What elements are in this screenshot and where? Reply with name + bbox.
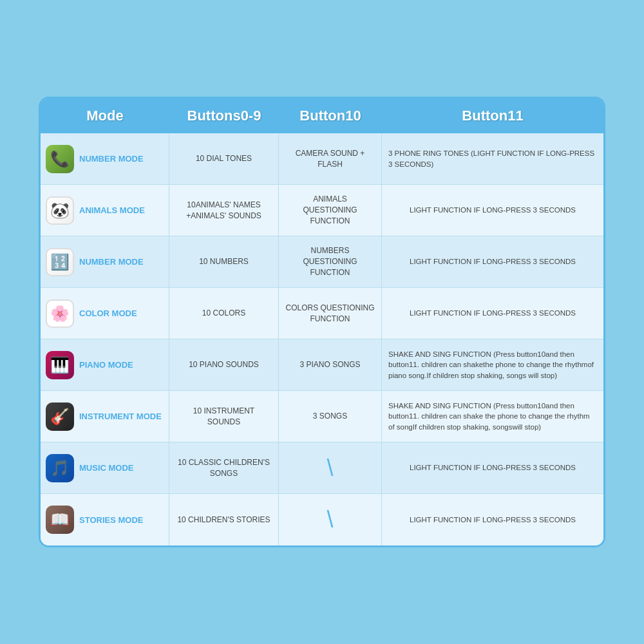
button11-text: LIGHT FUNCTION IF LONG-PRESS 3 SECONDS	[410, 205, 576, 215]
button10-text: 3 PIANO SONGS	[299, 359, 360, 370]
button11-text: LIGHT FUNCTION IF LONG-PRESS 3 SECONDS	[410, 515, 576, 525]
mode-cell: 🎸INSTRUMENT MODE	[41, 391, 169, 442]
mode-cell: 📞NUMBER MODE	[41, 133, 169, 184]
table-header: Mode Buttons0-9 Button10 Button11	[41, 99, 603, 133]
button10-cell: \	[279, 494, 382, 545]
button11-cell: 3 PHONE RING TONES (LIGHT FUNCTION IF LO…	[382, 133, 603, 184]
mode-cell: 📖STORIES MODE	[41, 494, 169, 545]
header-button10: Button10	[279, 99, 382, 133]
buttons09-cell: 10 CLASSIC CHILDREN'S SONGS	[169, 442, 279, 493]
mode-cell: 🎵MUSIC MODE	[41, 442, 169, 493]
button10-text: NUMBERS QUESTIONING FUNCTION	[285, 245, 375, 278]
slash-icon: \	[327, 506, 333, 533]
mode-label: MUSIC MODE	[79, 463, 134, 473]
buttons09-text: 10ANIMALS' NAMES +ANIMALS' SOUNDS	[176, 200, 272, 222]
button11-cell: SHAKE AND SING FUNCTION (Press button10a…	[382, 339, 603, 390]
mode-cell: 🐼ANIMALS MODE	[41, 185, 169, 236]
mode-icon: 🎹	[46, 351, 74, 379]
table-row: 📞NUMBER MODE10 DIAL TONESCAMERA SOUND + …	[41, 133, 603, 185]
mode-icon: 🐼	[46, 196, 74, 225]
button11-text: LIGHT FUNCTION IF LONG-PRESS 3 SECONDS	[410, 308, 576, 318]
buttons09-cell: 10 COLORS	[169, 288, 279, 339]
main-table: Mode Buttons0-9 Button10 Button11 📞NUMBE…	[39, 97, 605, 547]
table-row: 🌸COLOR MODE10 COLORSCOLORS QUESTIONING F…	[41, 288, 603, 339]
mode-label: ANIMALS MODE	[79, 205, 145, 215]
buttons09-cell: 10 DIAL TONES	[169, 133, 279, 184]
button11-cell: LIGHT FUNCTION IF LONG-PRESS 3 SECONDS	[382, 442, 603, 493]
button10-cell: NUMBERS QUESTIONING FUNCTION	[279, 236, 382, 287]
slash-icon: \	[327, 455, 333, 482]
button11-cell: LIGHT FUNCTION IF LONG-PRESS 3 SECONDS	[382, 288, 603, 339]
buttons09-text: 10 CHILDREN'S STORIES	[177, 515, 270, 526]
button10-cell: 3 PIANO SONGS	[279, 339, 382, 390]
header-mode: Mode	[41, 99, 169, 133]
button10-text: COLORS QUESTIONING FUNCTION	[285, 303, 375, 325]
button11-text: LIGHT FUNCTION IF LONG-PRESS 3 SECONDS	[410, 256, 576, 267]
button10-cell: 3 SONGS	[279, 391, 382, 442]
buttons09-text: 10 PIANO SOUNDS	[189, 359, 259, 370]
button10-text: ANIMALS QUESTIONING FUNCTION	[285, 194, 375, 226]
buttons09-cell: 10 INSTRUMENT SOUNDS	[169, 391, 279, 442]
mode-label: INSTRUMENT MODE	[79, 412, 162, 421]
button10-cell: COLORS QUESTIONING FUNCTION	[279, 288, 382, 339]
mode-label: COLOR MODE	[79, 308, 137, 318]
mode-icon: 🌸	[46, 299, 74, 328]
button11-text: LIGHT FUNCTION IF LONG-PRESS 3 SECONDS	[410, 462, 576, 473]
table-row: 🐼ANIMALS MODE10ANIMALS' NAMES +ANIMALS' …	[41, 185, 603, 236]
mode-label: NUMBER MODE	[79, 257, 144, 267]
button11-cell: LIGHT FUNCTION IF LONG-PRESS 3 SECONDS	[382, 185, 603, 236]
buttons09-cell: 10 CHILDREN'S STORIES	[169, 494, 279, 545]
buttons09-text: 10 DIAL TONES	[196, 153, 252, 164]
table-row: 🎵MUSIC MODE10 CLASSIC CHILDREN'S SONGS\L…	[41, 442, 603, 494]
button11-text: 3 PHONE RING TONES (LIGHT FUNCTION IF LO…	[388, 148, 597, 169]
table-row: 📖STORIES MODE10 CHILDREN'S STORIES\LIGHT…	[41, 494, 603, 545]
buttons09-text: 10 CLASSIC CHILDREN'S SONGS	[176, 457, 272, 479]
header-buttons09: Buttons0-9	[169, 99, 279, 133]
buttons09-text: 10 INSTRUMENT SOUNDS	[176, 406, 272, 428]
button11-cell: SHAKE AND SING FUNCTION (Press button10a…	[382, 391, 603, 442]
mode-cell: 🎹PIANO MODE	[41, 339, 169, 390]
mode-icon: 📖	[46, 506, 74, 534]
mode-label: PIANO MODE	[79, 360, 133, 370]
table-row: 🔢NUMBER MODE10 NUMBERSNUMBERS QUESTIONIN…	[41, 236, 603, 288]
button10-cell: \	[279, 442, 382, 493]
buttons09-cell: 10 PIANO SOUNDS	[169, 339, 279, 390]
mode-icon: 🔢	[46, 248, 74, 276]
mode-icon: 🎸	[46, 402, 74, 431]
button11-text: SHAKE AND SING FUNCTION (Press button10a…	[388, 349, 597, 380]
mode-icon: 🎵	[46, 454, 74, 482]
mode-cell: 🌸COLOR MODE	[41, 288, 169, 339]
button10-cell: CAMERA SOUND + FLASH	[279, 133, 382, 184]
button10-text: CAMERA SOUND + FLASH	[285, 148, 375, 170]
button10-cell: ANIMALS QUESTIONING FUNCTION	[279, 185, 382, 236]
mode-label: NUMBER MODE	[79, 154, 144, 164]
mode-icon: 📞	[46, 145, 74, 173]
button11-cell: LIGHT FUNCTION IF LONG-PRESS 3 SECONDS	[382, 494, 603, 545]
button10-text: 3 SONGS	[313, 411, 347, 422]
buttons09-cell: 10 NUMBERS	[169, 236, 279, 287]
button11-cell: LIGHT FUNCTION IF LONG-PRESS 3 SECONDS	[382, 236, 603, 287]
button11-text: SHAKE AND SING FUNCTION (Press button10a…	[388, 401, 597, 431]
mode-label: STORIES MODE	[79, 515, 143, 525]
buttons09-text: 10 COLORS	[202, 308, 245, 319]
table-row: 🎹PIANO MODE10 PIANO SOUNDS3 PIANO SONGSS…	[41, 339, 603, 391]
table-row: 🎸INSTRUMENT MODE10 INSTRUMENT SOUNDS3 SO…	[41, 391, 603, 442]
mode-cell: 🔢NUMBER MODE	[41, 236, 169, 287]
header-button11: Button11	[382, 99, 603, 133]
table-body: 📞NUMBER MODE10 DIAL TONESCAMERA SOUND + …	[41, 133, 603, 545]
buttons09-cell: 10ANIMALS' NAMES +ANIMALS' SOUNDS	[169, 185, 279, 236]
buttons09-text: 10 NUMBERS	[199, 256, 249, 267]
